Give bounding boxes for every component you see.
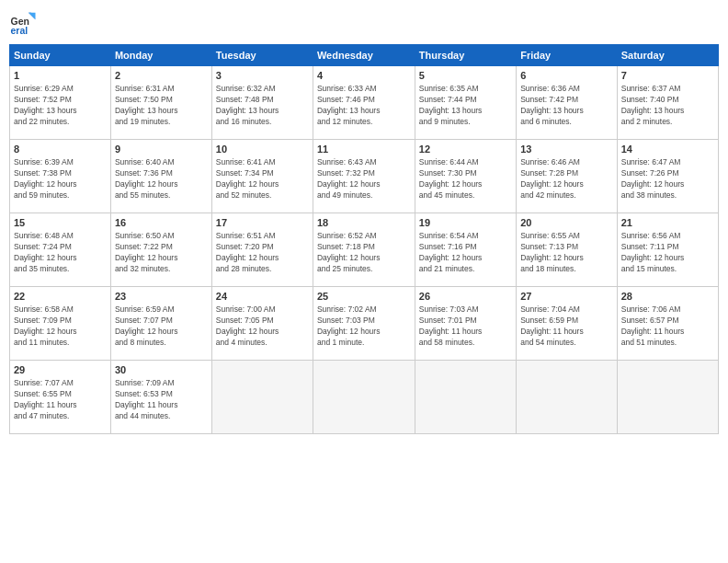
calendar-week-5: 29Sunrise: 7:07 AMSunset: 6:55 PMDayligh…: [10, 361, 719, 434]
day-number: 19: [419, 216, 512, 230]
calendar-header-row: SundayMondayTuesdayWednesdayThursdayFrid…: [10, 45, 719, 66]
day-number: 25: [317, 290, 411, 304]
day-number: 20: [520, 216, 613, 230]
logo-icon: Gen eral: [9, 9, 37, 37]
calendar-cell: [517, 361, 618, 434]
day-number: 28: [621, 290, 714, 304]
day-number: 2: [115, 69, 208, 83]
calendar-cell: 17Sunrise: 6:51 AMSunset: 7:20 PMDayligh…: [211, 213, 313, 287]
day-info: Sunrise: 6:40 AMSunset: 7:36 PMDaylight:…: [115, 157, 208, 201]
calendar-cell: 14Sunrise: 6:47 AMSunset: 7:26 PMDayligh…: [617, 140, 718, 213]
day-number: 8: [14, 143, 107, 156]
day-number: 9: [115, 143, 208, 156]
weekday-header-wednesday: Wednesday: [313, 45, 415, 66]
day-info: Sunrise: 7:04 AMSunset: 6:59 PMDaylight:…: [520, 304, 613, 349]
day-number: 14: [621, 143, 714, 156]
day-number: 22: [14, 290, 107, 304]
calendar-cell: 1Sunrise: 6:29 AMSunset: 7:52 PMDaylight…: [10, 66, 111, 140]
calendar-week-3: 15Sunrise: 6:48 AMSunset: 7:24 PMDayligh…: [10, 213, 719, 287]
calendar-cell: 16Sunrise: 6:50 AMSunset: 7:22 PMDayligh…: [110, 213, 211, 287]
day-number: 10: [216, 143, 309, 156]
calendar-cell: 21Sunrise: 6:56 AMSunset: 7:11 PMDayligh…: [617, 213, 718, 287]
day-info: Sunrise: 6:47 AMSunset: 7:26 PMDaylight:…: [621, 157, 714, 201]
day-info: Sunrise: 6:32 AMSunset: 7:48 PMDaylight:…: [216, 84, 309, 128]
calendar-week-4: 22Sunrise: 6:58 AMSunset: 7:09 PMDayligh…: [10, 287, 719, 361]
calendar-cell: 24Sunrise: 7:00 AMSunset: 7:05 PMDayligh…: [211, 287, 313, 361]
weekday-header-monday: Monday: [110, 45, 211, 66]
calendar-cell: 12Sunrise: 6:44 AMSunset: 7:30 PMDayligh…: [415, 140, 516, 213]
day-info: Sunrise: 6:58 AMSunset: 7:09 PMDaylight:…: [14, 304, 107, 349]
day-info: Sunrise: 6:29 AMSunset: 7:52 PMDaylight:…: [14, 84, 107, 128]
weekday-header-sunday: Sunday: [10, 45, 111, 66]
day-number: 7: [621, 69, 714, 83]
day-info: Sunrise: 7:03 AMSunset: 7:01 PMDaylight:…: [419, 304, 512, 349]
day-info: Sunrise: 6:43 AMSunset: 7:32 PMDaylight:…: [317, 157, 411, 201]
calendar-cell: 28Sunrise: 7:06 AMSunset: 6:57 PMDayligh…: [617, 287, 718, 361]
day-number: 5: [419, 69, 512, 83]
calendar-table: SundayMondayTuesdayWednesdayThursdayFrid…: [9, 44, 719, 434]
day-info: Sunrise: 6:56 AMSunset: 7:11 PMDaylight:…: [621, 231, 714, 275]
calendar-cell: 19Sunrise: 6:54 AMSunset: 7:16 PMDayligh…: [415, 213, 516, 287]
calendar-cell: [415, 361, 516, 434]
day-info: Sunrise: 7:06 AMSunset: 6:57 PMDaylight:…: [621, 304, 714, 349]
day-number: 24: [216, 290, 309, 304]
calendar-cell: 18Sunrise: 6:52 AMSunset: 7:18 PMDayligh…: [313, 213, 415, 287]
calendar-cell: 27Sunrise: 7:04 AMSunset: 6:59 PMDayligh…: [517, 287, 618, 361]
weekday-header-tuesday: Tuesday: [211, 45, 313, 66]
calendar-cell: 8Sunrise: 6:39 AMSunset: 7:38 PMDaylight…: [10, 140, 111, 213]
day-info: Sunrise: 6:59 AMSunset: 7:07 PMDaylight:…: [115, 304, 208, 349]
calendar-cell: 3Sunrise: 6:32 AMSunset: 7:48 PMDaylight…: [211, 66, 313, 140]
day-number: 23: [115, 290, 208, 304]
day-info: Sunrise: 6:44 AMSunset: 7:30 PMDaylight:…: [419, 157, 512, 201]
calendar-cell: [313, 361, 415, 434]
day-number: 26: [419, 290, 512, 304]
day-info: Sunrise: 6:36 AMSunset: 7:42 PMDaylight:…: [520, 84, 613, 128]
day-number: 4: [317, 69, 411, 83]
page-header: Gen eral: [9, 9, 719, 37]
weekday-header-saturday: Saturday: [617, 45, 718, 66]
day-info: Sunrise: 6:46 AMSunset: 7:28 PMDaylight:…: [520, 157, 613, 201]
day-number: 15: [14, 216, 107, 230]
day-info: Sunrise: 6:39 AMSunset: 7:38 PMDaylight:…: [14, 157, 107, 201]
day-info: Sunrise: 6:50 AMSunset: 7:22 PMDaylight:…: [115, 231, 208, 275]
calendar-cell: 29Sunrise: 7:07 AMSunset: 6:55 PMDayligh…: [10, 361, 111, 434]
day-info: Sunrise: 6:52 AMSunset: 7:18 PMDaylight:…: [317, 231, 411, 275]
day-info: Sunrise: 6:35 AMSunset: 7:44 PMDaylight:…: [419, 84, 512, 128]
logo: Gen eral: [9, 9, 40, 37]
svg-text:eral: eral: [11, 25, 28, 36]
calendar-cell: 2Sunrise: 6:31 AMSunset: 7:50 PMDaylight…: [110, 66, 211, 140]
day-number: 17: [216, 216, 309, 230]
calendar-cell: 26Sunrise: 7:03 AMSunset: 7:01 PMDayligh…: [415, 287, 516, 361]
weekday-header-thursday: Thursday: [415, 45, 516, 66]
calendar-cell: [211, 361, 313, 434]
calendar-cell: 22Sunrise: 6:58 AMSunset: 7:09 PMDayligh…: [10, 287, 111, 361]
calendar-cell: 5Sunrise: 6:35 AMSunset: 7:44 PMDaylight…: [415, 66, 516, 140]
day-info: Sunrise: 7:09 AMSunset: 6:53 PMDaylight:…: [115, 378, 208, 422]
calendar-cell: 11Sunrise: 6:43 AMSunset: 7:32 PMDayligh…: [313, 140, 415, 213]
day-info: Sunrise: 7:07 AMSunset: 6:55 PMDaylight:…: [14, 378, 107, 422]
day-info: Sunrise: 6:31 AMSunset: 7:50 PMDaylight:…: [115, 84, 208, 128]
day-info: Sunrise: 6:37 AMSunset: 7:40 PMDaylight:…: [621, 84, 714, 128]
day-info: Sunrise: 6:55 AMSunset: 7:13 PMDaylight:…: [520, 231, 613, 275]
calendar-cell: 6Sunrise: 6:36 AMSunset: 7:42 PMDaylight…: [517, 66, 618, 140]
calendar-week-2: 8Sunrise: 6:39 AMSunset: 7:38 PMDaylight…: [10, 140, 719, 213]
day-number: 12: [419, 143, 512, 156]
day-number: 3: [216, 69, 309, 83]
calendar-week-1: 1Sunrise: 6:29 AMSunset: 7:52 PMDaylight…: [10, 66, 719, 140]
day-info: Sunrise: 6:41 AMSunset: 7:34 PMDaylight:…: [216, 157, 309, 201]
calendar-cell: 20Sunrise: 6:55 AMSunset: 7:13 PMDayligh…: [517, 213, 618, 287]
day-info: Sunrise: 6:54 AMSunset: 7:16 PMDaylight:…: [419, 231, 512, 275]
calendar-cell: 13Sunrise: 6:46 AMSunset: 7:28 PMDayligh…: [517, 140, 618, 213]
weekday-header-friday: Friday: [517, 45, 618, 66]
calendar-cell: 10Sunrise: 6:41 AMSunset: 7:34 PMDayligh…: [211, 140, 313, 213]
day-info: Sunrise: 6:48 AMSunset: 7:24 PMDaylight:…: [14, 231, 107, 275]
calendar-cell: 9Sunrise: 6:40 AMSunset: 7:36 PMDaylight…: [110, 140, 211, 213]
day-number: 16: [115, 216, 208, 230]
day-number: 27: [520, 290, 613, 304]
calendar-cell: 25Sunrise: 7:02 AMSunset: 7:03 PMDayligh…: [313, 287, 415, 361]
day-number: 13: [520, 143, 613, 156]
day-info: Sunrise: 7:02 AMSunset: 7:03 PMDaylight:…: [317, 304, 411, 349]
calendar-cell: 15Sunrise: 6:48 AMSunset: 7:24 PMDayligh…: [10, 213, 111, 287]
svg-marker-4: [28, 13, 36, 20]
day-number: 21: [621, 216, 714, 230]
